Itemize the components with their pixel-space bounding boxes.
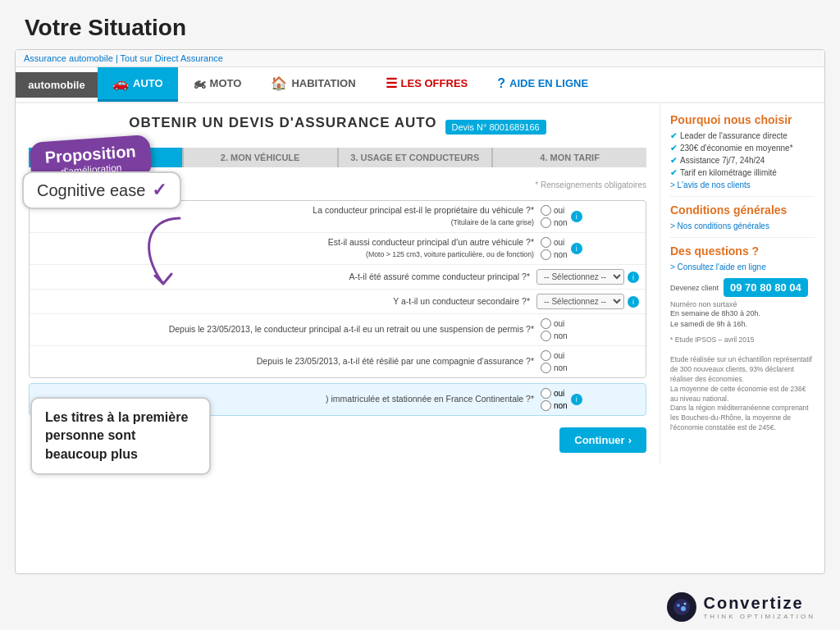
form-table: La conducteur principal est-il le propri…: [29, 200, 646, 378]
moto-icon: 🏍: [193, 76, 206, 91]
titres-badge: Les titres à la première personne sont b…: [30, 397, 211, 475]
devis-badge: Devis N° 8001689166: [445, 120, 546, 135]
radio-group: oui non: [541, 205, 568, 228]
svg-point-2: [681, 606, 686, 611]
convertize-sub: THINK OPTIMIZATION: [703, 613, 815, 620]
questions-link[interactable]: > Consultez l'aide en ligne: [670, 262, 815, 272]
menu-item-aide[interactable]: ? AIDE EN LIGNE: [482, 68, 603, 102]
info-icon[interactable]: i: [628, 272, 639, 283]
row-label: Depuis le 23/05/2013, le conducteur prin…: [36, 324, 541, 336]
check-icon: ✔: [670, 156, 677, 165]
titres-text: Les titres à la première personne sont b…: [45, 410, 188, 461]
menu-habitation-label: HABITATION: [291, 77, 355, 89]
logo-area: automobile: [16, 72, 98, 98]
continue-arrow-icon: ›: [628, 434, 632, 446]
check-icon: ✔: [670, 144, 677, 153]
row-label: Y a-t-il un conducteur secondaire ?*: [36, 296, 536, 308]
table-row: Est-il aussi conducteur principal d'un a…: [30, 233, 646, 265]
menu-offres-label: LES OFFRES: [401, 77, 468, 89]
divider: [670, 196, 815, 197]
phone-label: Devenez client: [670, 284, 719, 292]
avis-link[interactable]: > L'avis de nos clients: [670, 180, 815, 189]
info-icon[interactable]: i: [571, 243, 582, 254]
browser-frame: Assurance automobile | Tout sur Direct A…: [15, 49, 825, 574]
radio-group: oui non: [541, 237, 568, 260]
why-item-1: ✔ Leader de l'assurance directe: [670, 131, 815, 140]
table-row: Depuis le 23/05/2013, le conducteur prin…: [30, 314, 646, 346]
convertize-logo: Convertize THINK OPTIMIZATION: [667, 592, 815, 622]
conditions-link[interactable]: > Nos conditions générales: [670, 221, 815, 231]
menu-item-habitation[interactable]: 🏠 HABITATION: [256, 67, 370, 102]
sidebar: Pourquoi nous choisir ✔ Leader de l'assu…: [660, 103, 824, 464]
radio-group: oui non: [541, 318, 568, 341]
step-4: 4. MON TARIF: [493, 148, 646, 167]
why-item-label: Tarif en kilométrage illimité: [680, 168, 777, 177]
radio-oui[interactable]: oui: [541, 318, 568, 329]
menu-auto-label: AUTO: [133, 77, 163, 89]
menu-item-auto[interactable]: 🚗 AUTO: [98, 67, 178, 102]
menu-item-moto[interactable]: 🏍 MOTO: [178, 68, 257, 102]
why-item-2: ✔ 230€ d'économie en moyenne*: [670, 144, 815, 153]
row-controls: -- Sélectionnez -- i: [536, 294, 639, 309]
row-label: A-t-il été assuré comme conducteur princ…: [36, 272, 536, 283]
questions-title: Des questions ?: [670, 244, 815, 258]
offres-icon: ☰: [386, 75, 397, 91]
radio-oui[interactable]: oui: [541, 388, 568, 399]
page-title: Votre Situation: [0, 0, 840, 49]
step-2: 2. MON VÉHICULE: [184, 148, 339, 167]
radio-non[interactable]: non: [541, 217, 568, 228]
radio-oui[interactable]: oui: [541, 205, 568, 216]
table-row: Y a-t-il un conducteur secondaire ?* -- …: [30, 290, 646, 314]
select-assure[interactable]: -- Sélectionnez --: [536, 269, 624, 285]
radio-oui[interactable]: oui: [541, 237, 568, 248]
svg-point-3: [684, 603, 687, 605]
divider: [670, 237, 815, 238]
habitation-icon: 🏠: [271, 75, 287, 91]
cognitive-checkmark: ✓: [152, 180, 167, 201]
radio-oui[interactable]: oui: [541, 350, 568, 361]
menu-moto-label: MOTO: [210, 77, 242, 89]
svg-point-1: [677, 604, 680, 607]
radio-non[interactable]: non: [541, 331, 568, 341]
convertize-name: Convertize: [703, 594, 815, 613]
phone-sub: Numéro non surtaxé: [670, 300, 815, 308]
table-row: A-t-il été assuré comme conducteur princ…: [30, 265, 646, 290]
menu-item-offres[interactable]: ☰ LES OFFRES: [371, 67, 483, 102]
continue-button[interactable]: Continuer ›: [559, 427, 646, 453]
row-controls: oui non i: [541, 205, 639, 228]
hours-text: En semaine de 8h30 à 20h.Le samedi de 9h…: [670, 308, 815, 329]
radio-non[interactable]: non: [541, 249, 568, 260]
table-row: Depuis le 23/05/2013, a-t-il été résilié…: [30, 346, 646, 377]
info-icon[interactable]: i: [571, 394, 582, 405]
continue-label: Continuer: [574, 434, 624, 446]
row-label: Est-il aussi conducteur principal d'un a…: [36, 237, 541, 259]
cognitive-ease-badge: Cognitive ease ✓: [22, 171, 181, 209]
why-item-4: ✔ Tarif en kilométrage illimité: [670, 168, 815, 177]
radio-group: oui non: [541, 350, 568, 373]
check-icon: ✔: [670, 168, 677, 177]
radio-non[interactable]: non: [541, 363, 568, 373]
select-secondaire[interactable]: -- Sélectionnez --: [536, 294, 624, 309]
row-controls: oui non i: [541, 237, 639, 260]
radio-group: oui non: [541, 388, 568, 411]
why-item-3: ✔ Assistance 7j/7, 24h/24: [670, 156, 815, 165]
check-icon: ✔: [670, 131, 677, 140]
form-heading: OBTENIR UN DEVIS D'ASSURANCE AUTO: [129, 115, 436, 131]
convertize-text: Convertize THINK OPTIMIZATION: [703, 594, 815, 620]
row-label: Depuis le 23/05/2013, a-t-il été résilié…: [36, 356, 541, 368]
radio-non[interactable]: non: [541, 400, 568, 411]
info-icon[interactable]: i: [628, 296, 639, 308]
row-controls: oui non: [541, 350, 639, 373]
row-controls: oui non i: [541, 388, 639, 411]
info-icon[interactable]: i: [571, 211, 582, 222]
menu-aide-label: AIDE EN LIGNE: [509, 77, 588, 89]
phone-number: 09 70 80 80 04: [724, 278, 808, 297]
cognitive-ease-text: Cognitive ease: [37, 181, 145, 200]
conditions-title: Conditions générales: [670, 203, 815, 217]
logo-text: automobile: [28, 79, 84, 91]
breadcrumb-text: Assurance automobile | Tout sur Direct A…: [24, 53, 223, 63]
why-item-label: Assistance 7j/7, 24h/24: [680, 156, 765, 165]
why-item-label: Leader de l'assurance directe: [680, 131, 788, 140]
step-3: 3. USAGE ET CONDUCTEURS: [339, 148, 494, 167]
breadcrumb: Assurance automobile | Tout sur Direct A…: [16, 50, 824, 67]
